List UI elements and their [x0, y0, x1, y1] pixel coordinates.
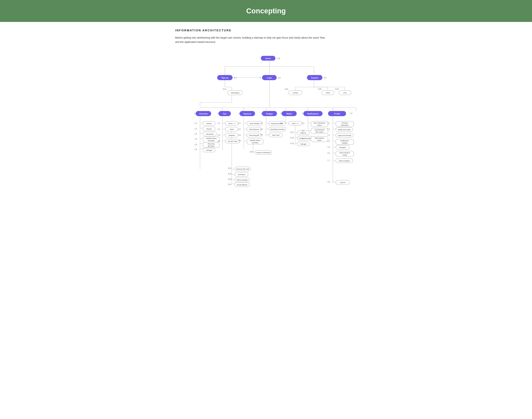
- node-5.13: Manage: [300, 143, 306, 145]
- node-7.1b: Information: [341, 124, 348, 126]
- label-2.24: 2.24: [228, 183, 231, 185]
- node-6.3a: New Features: [315, 137, 324, 139]
- node-budget: Budget: [266, 113, 273, 115]
- label-7.8: 7.8: [327, 181, 330, 183]
- node-6.1b: Notice: [317, 124, 322, 126]
- label-1.5: 1.5: [195, 144, 197, 146]
- label-1.2: 1.2: [195, 128, 197, 130]
- node-expense: Expense: [243, 113, 251, 115]
- label-7.7: 7.7: [327, 160, 330, 161]
- node-pay: Pay: [223, 113, 226, 115]
- label-1.4: 1.4: [195, 138, 197, 140]
- label-2.1: 2.1: [218, 122, 220, 124]
- node-1.5a: Recurring: [208, 143, 214, 145]
- node-6.2a: Goal Reached: [315, 129, 324, 131]
- page-title: Concepting: [3, 7, 529, 15]
- node-2.4: My QR Code: [228, 140, 237, 142]
- label-7.3: 7.3: [327, 134, 330, 136]
- node-1.6: Manage: [206, 149, 212, 151]
- label-about-id: 0.32: [318, 88, 321, 90]
- node-about: About: [326, 92, 330, 94]
- label-4.2: 4.2: [260, 128, 263, 130]
- node-2.24: Email address: [237, 184, 247, 186]
- sitemap-svg: .lbl { font-family: Arial, sans-serif; f…: [175, 53, 357, 193]
- node-3.4a: Monthly Spend: [250, 140, 260, 141]
- node-2.21: Send by QR code: [236, 168, 249, 170]
- label-3.1: 3.1: [238, 122, 241, 124]
- node-fqa: FQA: [343, 92, 347, 94]
- label-3.41: 3.41: [250, 151, 253, 153]
- node-6.2b: 80% Notice: [316, 131, 323, 133]
- node-support: Support: [311, 77, 318, 79]
- node-1.4b: Summary: [208, 140, 214, 142]
- label-2.2: 2.2: [218, 128, 220, 130]
- node-6.1a: New Transaction: [314, 122, 325, 124]
- label-2.23: 2.23: [228, 178, 231, 180]
- label-3.2: 3.2: [238, 128, 241, 130]
- label-4.3: 4.3: [260, 134, 263, 136]
- node-home: Home: [266, 57, 271, 59]
- node-3.3: Recurring Bill: [249, 134, 259, 136]
- label-1.6: 1.6: [195, 148, 197, 150]
- node-7.6b: Family: [343, 154, 347, 156]
- node-1.3: Favourites: [206, 133, 214, 135]
- label-2.3: 2.3: [218, 134, 220, 136]
- node-3.2: New Expense: [249, 128, 259, 130]
- node-2.1: Card 1...n: [228, 122, 235, 124]
- node-1.1: Search: [207, 122, 212, 124]
- node-7.2: Banks and Cards: [338, 129, 351, 131]
- node-3.41: Export to PDF/Excel: [256, 152, 270, 154]
- node-3.4b: Summary: [252, 142, 258, 144]
- sitemap-container: .lbl { font-family: Arial, sans-serif; f…: [175, 53, 357, 193]
- label-5.11: 5.11: [290, 131, 294, 133]
- node-7.5: Rewards: [339, 146, 346, 148]
- label-6.2: 6.2: [302, 130, 304, 131]
- label-support: 0.3: [324, 77, 326, 79]
- label-5.1: 5.1: [280, 122, 283, 124]
- node-login: Login: [267, 77, 272, 79]
- label-5.13: 5.13: [290, 143, 294, 144]
- label-1.1: 1.1: [195, 122, 197, 124]
- label-contact-id: 0.31: [285, 88, 288, 90]
- label-signup: 0.1: [234, 77, 237, 79]
- label-7.6: 7.6: [327, 152, 330, 154]
- node-5.12: Card's Information: [299, 137, 312, 139]
- node-overview: Overview: [199, 113, 208, 115]
- section-description: Before getting into wireframing with the…: [175, 36, 329, 44]
- label-6.3: 6.3: [302, 138, 304, 139]
- label-2.4: 2.4: [218, 140, 220, 142]
- node-signup: Sign up: [221, 77, 228, 79]
- node-7.4b: Settings: [342, 142, 347, 144]
- node-2.3: Request: [229, 134, 235, 136]
- label-7.5: 7.5: [327, 146, 330, 148]
- label-fqa-id: 0.33: [335, 88, 339, 90]
- label-home: 0.0: [278, 58, 280, 59]
- node-6.3b: Notice: [317, 139, 322, 141]
- node-5.1: Card 1...n: [292, 122, 299, 124]
- node-7.7: Help & Support: [339, 160, 350, 162]
- node-1.2: Recent: [207, 128, 212, 130]
- node-4.2: Spending Overview: [270, 128, 285, 130]
- node-3.1: Scan Receipt: [250, 122, 259, 124]
- label-5.12: 5.12: [290, 137, 294, 139]
- label-login: 0.2: [278, 77, 280, 79]
- node-1.4a: Monthly Spend: [206, 138, 216, 139]
- node-5.11: Balance: [300, 132, 306, 134]
- node-notifications: Notifications: [307, 113, 319, 115]
- node-7.6a: Invite Friends &: [339, 152, 350, 154]
- node-profile: Profile: [334, 113, 340, 115]
- node-7.3: Login and Security: [338, 134, 351, 136]
- node-wallet: Wallet: [286, 113, 292, 115]
- label-7.0: 7.0: [350, 113, 352, 114]
- label-onboarding-id: 0.11: [223, 88, 226, 90]
- node-contact: Contact: [293, 92, 298, 94]
- node-2.2: Send: [230, 128, 234, 130]
- label-2.22: 2.22: [228, 173, 231, 175]
- label-7.4: 7.4: [327, 140, 330, 142]
- content-area: INFORMATION ARCHITECTURE Before getting …: [165, 22, 367, 200]
- label-4.1: 4.1: [260, 122, 263, 124]
- node-2.23: Phone Number: [237, 179, 248, 181]
- label-6.1: 6.1: [302, 122, 304, 124]
- node-1.5b: Bill Notice: [208, 145, 214, 147]
- section-heading: INFORMATION ARCHITECTURE: [175, 29, 357, 32]
